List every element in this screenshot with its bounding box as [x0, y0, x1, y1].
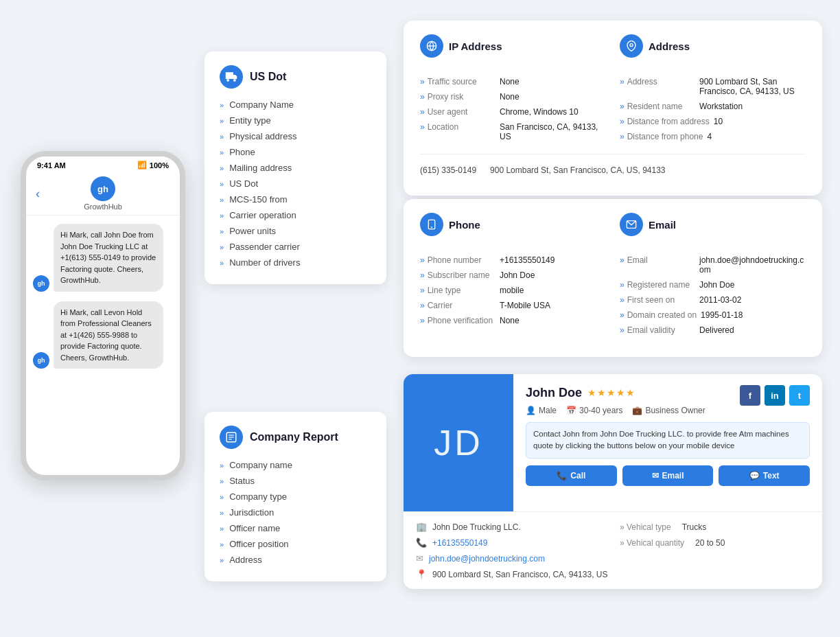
contact-name-social-row: John Doe ★★★★★ f in t	[526, 385, 810, 406]
company-icon: 🏢	[416, 522, 427, 532]
ip-row-proxy: » Proxy risk None	[420, 92, 606, 102]
phone-back-icon[interactable]: ‹	[36, 187, 40, 201]
field-number-of-drivers: » Number of drivers	[220, 257, 371, 268]
facebook-button[interactable]: f	[740, 385, 760, 406]
field-officer-position: » Officer position	[220, 539, 371, 549]
phone-row-verification: » Phone verification None	[420, 316, 606, 325]
field-passender-carrier: » Passender carrier	[220, 242, 371, 252]
arrow-icon: »	[220, 196, 224, 204]
phone-header: ‹ gh GrowthHub	[26, 172, 180, 216]
field-jurisdiction: » Jurisdiction	[220, 507, 371, 518]
email-row-domaincreated: » Domain created on 1995-01-18	[620, 310, 806, 320]
text-button[interactable]: 💬 Text	[719, 465, 810, 486]
bottom-row-vehical-type: » Vehical type Trucks	[620, 522, 810, 532]
strip-row: (615) 335-0149 900 Lombard St, San Franc…	[420, 161, 806, 179]
phone-email-header-row: Phone Email	[420, 213, 806, 244]
field-label: Carrier operation	[229, 210, 296, 220]
addr-row-dist-phone: » Distance from phone 4	[620, 132, 806, 141]
call-icon: 📞	[557, 471, 567, 480]
phone-contact-avatar: gh	[91, 176, 115, 201]
contact-message-box: Contact John from John Doe Trucking LLC.…	[526, 422, 810, 459]
phone-label-number: » Phone number	[420, 255, 495, 265]
phone-rows: » Phone number +16135550149 » Subscriber…	[420, 255, 606, 340]
usdot-field-list: » Company Name » Entity type » Physical …	[220, 100, 371, 268]
field-label: Company type	[229, 491, 287, 502]
occupation-icon: 💼	[632, 406, 642, 415]
field-label: Officer position	[229, 539, 288, 549]
text-label: Text	[763, 471, 780, 480]
email-value-email: john.doe@johndoetrucking.com	[699, 255, 806, 275]
field-carrier-operation: » Carrier operation	[220, 210, 371, 220]
addr-value-address: 900 Lombard St, San Francisco, CA, 94133…	[699, 77, 806, 96]
contact-name-row: John Doe ★★★★★	[526, 386, 635, 400]
occupation-label: Business Owner	[645, 406, 705, 415]
ip-icon	[420, 34, 443, 58]
ip-value-proxy: None	[500, 92, 606, 102]
bottom-row-company: 🏢 John Doe Trucking LLC.	[416, 522, 606, 532]
arrow-icon: »	[220, 509, 224, 517]
phone-value-number: +16135550149	[500, 255, 606, 265]
field-physical-address: » Physical address	[220, 131, 371, 141]
phone-time: 9:41 AM	[37, 161, 66, 170]
email-value-regname: John Doe	[699, 280, 806, 290]
arrow-icon: »	[220, 180, 224, 188]
field-label: Address	[229, 555, 262, 565]
email-icon: ✉	[652, 471, 659, 480]
arrow-icon: »	[220, 148, 224, 157]
arrow-icon: »	[220, 259, 224, 267]
field-company-type: » Company type	[220, 491, 371, 502]
field-label: Status	[229, 476, 255, 486]
contact-stars: ★★★★★	[587, 387, 635, 398]
arrow-icon: »	[220, 117, 224, 125]
field-entity-type: » Entity type	[220, 115, 371, 126]
contact-meta-row: 👤 Male 📅 30-40 years 💼 Business Owner	[526, 406, 810, 415]
linkedin-button[interactable]: in	[765, 385, 785, 406]
text-icon: 💬	[749, 471, 760, 480]
contact-initials: JD	[434, 422, 483, 463]
ip-value-traffic: None	[500, 77, 606, 86]
bottom-phone-link[interactable]: +16135550149	[432, 538, 487, 548]
company-report-icon	[220, 426, 243, 449]
field-label: Power units	[229, 226, 276, 236]
email-label: Email	[662, 471, 684, 480]
phone-header-center: gh GrowthHub	[84, 176, 122, 211]
bottom-email-link[interactable]: john.doe@johndoetrucking.com	[429, 554, 545, 564]
arrow-icon: »	[220, 556, 224, 564]
contact-card-bottom: 🏢 John Doe Trucking LLC. » Vehical type …	[404, 511, 822, 589]
email-value-firstseen: 2011-03-02	[699, 295, 806, 305]
email-button[interactable]: ✉ Email	[622, 465, 714, 486]
email-section-title: Email	[649, 219, 676, 231]
phone-mockup: 9:41 AM 📶 100% ‹ gh GrowthHub gh Hi Mark…	[21, 151, 185, 480]
field-label: Mailing address	[229, 163, 292, 173]
field-label: Company Name	[229, 100, 294, 110]
arrow-icon: »	[220, 477, 224, 485]
email-rows: » Email john.doe@johndoetrucking.com » R…	[620, 255, 806, 340]
company-report-field-list: » Company name » Status » Company type »…	[220, 460, 371, 565]
company-report-card: Company Report » Company name » Status »…	[205, 412, 386, 581]
email-row-regname: » Registered name John Doe	[620, 280, 806, 290]
field-label: US Dot	[229, 178, 258, 189]
bottom-row-vehical-qty: » Vehical quantity 20 to 50	[620, 537, 810, 548]
twitter-button[interactable]: t	[789, 385, 810, 406]
gender-icon: 👤	[526, 406, 536, 415]
company-report-header: Company Report	[220, 426, 371, 449]
arrow-icon: »	[220, 524, 224, 533]
phone-email-body: » Phone number +16135550149 » Subscriber…	[420, 255, 806, 340]
email-label-regname: » Registered name	[620, 280, 695, 290]
call-button[interactable]: 📞 Call	[526, 465, 617, 486]
svg-point-0	[226, 79, 229, 82]
ip-value-location: San Francisco, CA, 94133, US	[500, 122, 606, 141]
message-row-1: gh Hi Mark, call John Doe from John Doe …	[33, 224, 173, 292]
meta-occupation: 💼 Business Owner	[632, 406, 705, 415]
usdot-card: US Dot » Company Name » Entity type » Ph…	[205, 51, 386, 284]
arrow-icon: »	[220, 540, 224, 548]
card-divider	[420, 154, 806, 154]
msg-avatar-1: gh	[33, 275, 49, 292]
addr-label-address: » Address	[620, 77, 695, 86]
address-icon	[620, 34, 643, 58]
contact-card-top: JD John Doe ★★★★★ f in t 👤 Male	[404, 374, 822, 511]
addr-label-dist-phone: » Distance from phone	[620, 132, 703, 141]
address-section-header: Address	[620, 34, 806, 58]
usdot-title: US Dot	[250, 71, 286, 83]
phone-value-subscriber: John Doe	[500, 270, 606, 280]
